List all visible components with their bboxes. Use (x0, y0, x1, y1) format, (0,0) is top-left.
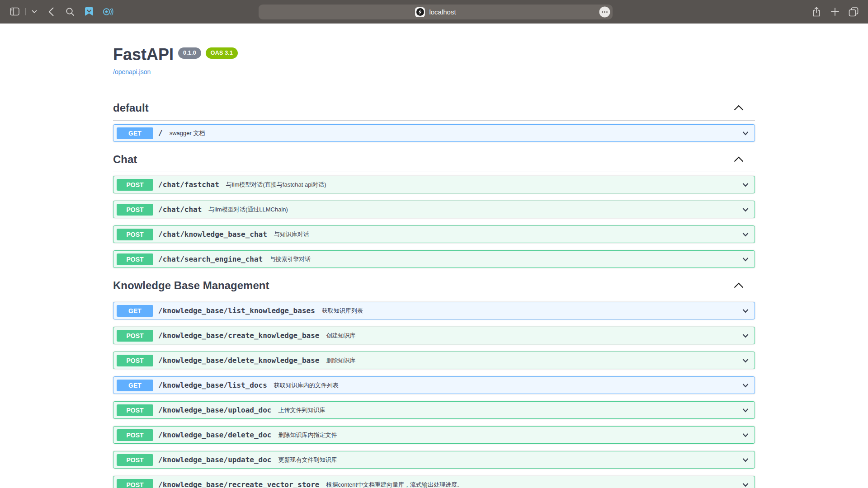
endpoint-row[interactable]: POST /chat/knowledge_base_chat 与知识库对话 (113, 225, 755, 243)
endpoint-desc: 与llm模型对话(通过LLMChain) (208, 206, 288, 214)
share-icon (812, 7, 821, 17)
endpoint-row[interactable]: POST /chat/fastchat 与llm模型对话(直接与fastchat… (113, 176, 755, 193)
endpoint-row[interactable]: POST /chat/chat 与llm模型对话(通过LLMChain) (113, 201, 755, 218)
url-field[interactable]: localhost (259, 5, 613, 19)
swagger-page: FastAPI 0.1.0 OAS 3.1 /openapi.json defa… (113, 23, 755, 488)
radar-extension-icon (103, 7, 113, 16)
method-badge: POST (117, 253, 153, 265)
chevron-down-icon[interactable] (741, 356, 750, 365)
section-title: default (113, 102, 149, 114)
tag-section: default GET / swagger 文档 (113, 76, 755, 142)
endpoint-path: /knowledge_base/create_knowledge_base (158, 331, 319, 340)
endpoint-path: /knowledge_base/recreate_vector_store (158, 480, 319, 488)
section-header[interactable]: Knowledge Base Management (113, 279, 755, 298)
section-title: Knowledge Base Management (113, 279, 269, 291)
browser-toolbar: localhost (0, 0, 868, 23)
endpoint-desc: 创建知识库 (326, 332, 355, 340)
sidebar-menu-chevron-button[interactable] (31, 6, 38, 17)
chevron-down-icon[interactable] (741, 230, 750, 239)
site-favicon (415, 7, 425, 17)
endpoint-row[interactable]: POST /knowledge_base/delete_doc 删除知识库内指定… (113, 426, 755, 444)
section-title: Chat (113, 153, 137, 165)
tag-section: Chat POST /chat/fastchat 与llm模型对话(直接与fas… (113, 149, 755, 268)
endpoint-desc: 获取知识库内的文件列表 (274, 381, 339, 389)
endpoint-path: /chat/fastchat (158, 180, 219, 189)
chevron-down-icon[interactable] (741, 331, 750, 340)
endpoint-path: /knowledge_base/list_knowledge_bases (158, 306, 315, 315)
toolbar-divider (25, 8, 26, 15)
chevron-up-icon[interactable] (734, 282, 744, 288)
back-button[interactable] (46, 6, 57, 17)
section-header[interactable]: default (113, 102, 755, 121)
endpoint-desc: 删除知识库内指定文件 (278, 431, 337, 439)
openapi-spec-link[interactable]: /openapi.json (113, 68, 151, 75)
endpoint-row[interactable]: POST /knowledge_base/recreate_vector_sto… (113, 476, 755, 488)
bookmark-extension-button[interactable] (84, 6, 94, 17)
version-badge: 0.1.0 (178, 47, 201, 59)
method-badge: POST (117, 330, 153, 342)
chevron-down-icon[interactable] (741, 381, 750, 390)
endpoint-row[interactable]: GET / swagger 文档 (113, 124, 755, 142)
sidebar-toggle-button[interactable] (9, 6, 20, 17)
endpoint-path: /chat/knowledge_base_chat (158, 230, 267, 239)
chevron-down-icon (32, 10, 37, 14)
endpoint-desc: 删除知识库 (326, 357, 355, 365)
api-title-text: FastAPI (113, 45, 174, 64)
endpoint-path: /knowledge_base/update_doc (158, 455, 271, 464)
search-button[interactable] (65, 6, 75, 17)
endpoint-row[interactable]: POST /knowledge_base/upload_doc 上传文件到知识库 (113, 401, 755, 419)
tab-overview-icon (849, 7, 859, 17)
section-header[interactable]: Chat (113, 153, 755, 172)
endpoint-path: /knowledge_base/delete_knowledge_base (158, 356, 319, 365)
chevron-down-icon[interactable] (741, 255, 750, 264)
endpoint-desc: 与llm模型对话(直接与fastchat api对话) (226, 181, 326, 189)
endpoint-desc: 获取知识库列表 (322, 307, 363, 315)
endpoint-path: /chat/search_engine_chat (158, 255, 263, 263)
endpoint-desc: 根据content中文档重建向量库，流式输出处理进度。 (326, 481, 463, 488)
sidebar-icon (10, 7, 19, 16)
endpoint-row[interactable]: GET /knowledge_base/list_docs 获取知识库内的文件列… (113, 376, 755, 394)
chevron-down-icon[interactable] (741, 406, 750, 415)
endpoint-row[interactable]: POST /knowledge_base/update_doc 更新现有文件到知… (113, 451, 755, 469)
url-host-text: localhost (429, 8, 456, 16)
method-badge: GET (117, 305, 153, 317)
method-badge: POST (117, 229, 153, 240)
endpoint-path: /knowledge_base/delete_doc (158, 431, 271, 439)
tag-section: Knowledge Base Management GET /knowledge… (113, 275, 755, 488)
endpoint-row[interactable]: POST /knowledge_base/delete_knowledge_ba… (113, 352, 755, 369)
new-tab-plus-icon (831, 8, 839, 16)
endpoint-desc: 更新现有文件到知识库 (278, 456, 337, 464)
method-badge: POST (117, 454, 153, 466)
ellipsis-icon (599, 6, 610, 18)
endpoint-path: /chat/chat (158, 205, 202, 214)
endpoint-row[interactable]: POST /knowledge_base/create_knowledge_ba… (113, 327, 755, 344)
endpoint-row[interactable]: POST /chat/search_engine_chat 与搜索引擎对话 (113, 250, 755, 268)
endpoint-path: /knowledge_base/list_docs (158, 381, 267, 389)
page-title: FastAPI 0.1.0 OAS 3.1 (113, 45, 755, 64)
oas-badge: OAS 3.1 (206, 47, 238, 59)
chevron-down-icon[interactable] (741, 480, 750, 488)
chevron-down-icon[interactable] (741, 205, 750, 214)
method-badge: POST (117, 204, 153, 216)
method-badge: POST (117, 404, 153, 416)
api-info-block: FastAPI 0.1.0 OAS 3.1 /openapi.json (113, 23, 755, 76)
endpoint-path: / (158, 129, 163, 137)
tab-overview-button[interactable] (848, 6, 859, 17)
method-badge: POST (117, 429, 153, 441)
new-tab-button[interactable] (830, 6, 840, 17)
chevron-down-icon[interactable] (741, 180, 750, 189)
chevron-down-icon[interactable] (741, 306, 750, 315)
share-button[interactable] (811, 6, 822, 17)
method-badge: POST (117, 179, 153, 191)
page-settings-button[interactable] (599, 6, 610, 17)
chevron-up-icon[interactable] (734, 105, 744, 111)
chevron-down-icon[interactable] (741, 455, 750, 465)
search-icon (66, 7, 75, 16)
chevron-down-icon[interactable] (741, 431, 750, 440)
back-icon (48, 7, 54, 16)
radar-extension-button[interactable] (103, 6, 113, 17)
chevron-down-icon[interactable] (741, 129, 750, 138)
chevron-up-icon[interactable] (734, 156, 744, 162)
endpoint-desc: 与知识库对话 (274, 230, 309, 239)
endpoint-row[interactable]: GET /knowledge_base/list_knowledge_bases… (113, 302, 755, 319)
